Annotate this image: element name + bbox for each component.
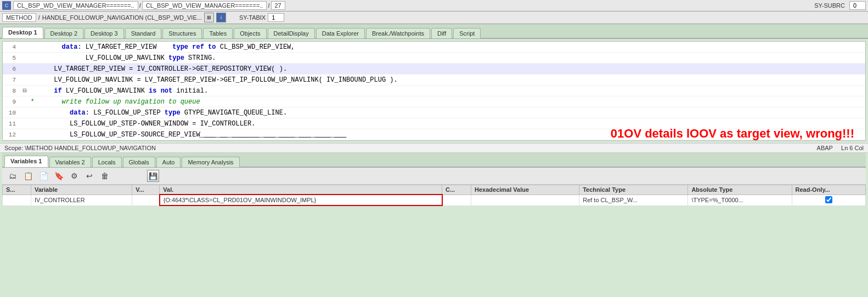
- annotation-text: 01OV details lOOV as target view, wrong!…: [611, 127, 854, 141]
- code-area: 4 data: LV_TARGET_REP_VIEW type ref to C…: [2, 41, 866, 141]
- second-bar: METHOD / HANDLE_FOLLOWUP_NAVIGATION (CL_…: [0, 12, 868, 24]
- readonly-checkbox[interactable]: [825, 196, 832, 203]
- code-line-7: 7 LV_FOLLOW_UP_NAVLINK = LV_TARGET_REP_V…: [3, 75, 865, 85]
- col-variable: Variable: [31, 185, 132, 195]
- sy-subrc-label: SY-SUBRC: [814, 2, 845, 9]
- line-content-9: * write follow up navigation to queue: [30, 98, 865, 106]
- tab-standard[interactable]: Standard: [125, 28, 162, 38]
- icon-target[interactable]: 🔖: [53, 170, 65, 182]
- icon-clipboard[interactable]: 📋: [22, 170, 34, 182]
- method-name: HANDLE_FOLLOWUP_NAVIGATION (CL_BSP_WD_VI…: [42, 14, 202, 21]
- scope-bar: Scope: \METHOD HANDLE_FOLLOWUP_NAVIGATIO…: [0, 143, 868, 153]
- code-line-10: 10 data: LS_FOLLOW_UP_STEP type GTYPE_NA…: [3, 107, 865, 118]
- row-variable: IV_CONTROLLER: [31, 195, 132, 205]
- tab-desktop2[interactable]: Desktop 2: [44, 28, 84, 38]
- line-num-4: 4: [3, 44, 19, 50]
- code-line-4: 4 data: LV_TARGET_REP_VIEW type ref to C…: [3, 42, 865, 53]
- icon-delete[interactable]: 🗑: [99, 170, 111, 182]
- row-s: [3, 195, 31, 205]
- tab-globals[interactable]: Globals: [123, 157, 155, 167]
- tab-dataexplorer[interactable]: Data Explorer: [316, 28, 365, 38]
- lower-tabs-row: Variables 1 Variables 2 Locals Globals A…: [2, 153, 866, 168]
- sy-tabix-label: SY-TABIX: [239, 14, 266, 21]
- top-bar: C CL_BSP_WD_VIEW_MANAGER=======.. / CL_B…: [0, 0, 868, 12]
- tab-structures[interactable]: Structures: [162, 28, 202, 38]
- col-readonly: Read-Only...: [792, 185, 865, 195]
- tab-desktop3[interactable]: Desktop 3: [84, 28, 124, 38]
- line-content-6: LV_TARGET_REP_VIEW = IV_CONTROLLER->GET_…: [30, 65, 865, 73]
- line-num-8: 8: [3, 88, 19, 94]
- row-val: {O:4643*\CLASS=CL_PRD01OV_MAINWINDOW_IMP…: [160, 195, 442, 205]
- row-readonly[interactable]: [792, 195, 865, 205]
- col-c: C...: [442, 185, 471, 195]
- breadcrumb-seg2[interactable]: CL_BSP_WD_VIEW_MANAGER=======..: [142, 1, 267, 10]
- row-abstype: \TYPE=%_T0000...: [688, 195, 792, 205]
- line-content-10: data: LS_FOLLOW_UP_STEP type GTYPE_NAVIG…: [30, 109, 865, 117]
- tab-breakwatchpoints[interactable]: Break./Watchpoints: [366, 28, 430, 38]
- scope-right: ABAP Ln 6 Col: [817, 145, 864, 151]
- line-content-7: LV_FOLLOW_UP_NAVLINK = LV_TARGET_REP_VIE…: [30, 76, 865, 84]
- tab-memory-analysis[interactable]: Memory Analysis: [182, 157, 239, 167]
- tab-diff[interactable]: Diff: [431, 28, 452, 38]
- col-v: V...: [132, 185, 160, 195]
- save-button[interactable]: 💾: [147, 170, 159, 182]
- code-line-8: 8 ⊟ if LV_FOLLOW_UP_NAVLINK is not initi…: [3, 85, 865, 96]
- row-v: [132, 195, 160, 205]
- icon-copy-table[interactable]: 🗂: [7, 170, 19, 182]
- row-techtype: Ref to CL_BSP_W...: [579, 195, 688, 205]
- tab-script[interactable]: Script: [453, 28, 481, 38]
- line-num-7: 7: [3, 77, 19, 83]
- line-content-4: data: LV_TARGET_REP_VIEW type ref to CL_…: [30, 43, 865, 51]
- tab-locals[interactable]: Locals: [92, 157, 122, 167]
- line-gutter-8: ⊟: [19, 87, 30, 95]
- tab-tables[interactable]: Tables: [203, 28, 233, 38]
- line-num-12: 12: [3, 132, 19, 138]
- lang-label: ABAP: [817, 145, 833, 151]
- code-line-9: 9 * write follow up navigation to queue: [3, 96, 865, 107]
- tab-detaildisplay[interactable]: DetailDisplay: [268, 28, 315, 38]
- icon-btn-info[interactable]: i: [216, 13, 226, 22]
- pos-label: Ln 6 Col: [841, 145, 864, 151]
- tab-auto[interactable]: Auto: [156, 157, 181, 167]
- col-abstype: Absolute Type: [688, 185, 792, 195]
- variables-table: S... Variable V... Val. C... Hexadecimal…: [2, 185, 866, 206]
- breadcrumb-path: CL_BSP_WD_VIEW_MANAGER=======.. / CL_BSP…: [13, 1, 285, 10]
- col-hexadecimal: Hexadecimal Value: [471, 185, 579, 195]
- line-num-6: 6: [3, 66, 19, 72]
- icon-settings[interactable]: ⚙: [68, 170, 80, 182]
- tab-variables1[interactable]: Variables 1: [4, 156, 48, 167]
- breadcrumb-sep2: /: [268, 2, 269, 9]
- method-sep: /: [38, 14, 40, 21]
- icon-btn-grid[interactable]: ⊞: [204, 13, 214, 22]
- icon-document[interactable]: 📄: [37, 170, 49, 182]
- code-line-5: 5 LV_FOLLOW_UP_NAVLINK type STRING.: [3, 53, 865, 64]
- code-line-6: 6 LV_TARGET_REP_VIEW = IV_CONTROLLER->GE…: [3, 64, 865, 75]
- tabs-row: Desktop 1 Desktop 2 Desktop 3 Standard S…: [0, 24, 868, 39]
- breadcrumb-sep1: /: [139, 2, 141, 9]
- line-content-8: if LV_FOLLOW_UP_NAVLINK is not initial.: [30, 87, 865, 95]
- col-val: Val.: [160, 185, 442, 195]
- breadcrumb-seg3[interactable]: 27: [271, 1, 285, 10]
- icon-undo[interactable]: ↩: [83, 170, 95, 182]
- breadcrumb-seg1[interactable]: CL_BSP_WD_VIEW_MANAGER=======..: [13, 1, 138, 10]
- row-hex: [471, 195, 579, 205]
- tab-objects[interactable]: Objects: [234, 28, 266, 38]
- line-num-9: 9: [3, 99, 19, 105]
- icon-toolbar: 🗂 📋 📄 🔖 ⚙ ↩ 🗑 💾: [2, 168, 866, 185]
- table-row: IV_CONTROLLER {O:4643*\CLASS=CL_PRD01OV_…: [3, 195, 866, 205]
- line-num-10: 10: [3, 110, 19, 116]
- sy-tabix-value: 1: [268, 13, 284, 22]
- top-bar-fields: SY-SUBRC 0: [814, 1, 866, 10]
- line-num-11: 11: [3, 121, 19, 127]
- line-content-5: LV_FOLLOW_UP_NAVLINK type STRING.: [30, 54, 865, 62]
- lower-section: Variables 1 Variables 2 Locals Globals A…: [2, 153, 866, 206]
- row-c: [442, 195, 471, 205]
- tab-variables2[interactable]: Variables 2: [49, 157, 91, 167]
- scope-left: Scope: \METHOD HANDLE_FOLLOWUP_NAVIGATIO…: [4, 145, 156, 151]
- col-techtype: Technical Type: [579, 185, 688, 195]
- sy-subrc-value: 0: [849, 1, 866, 10]
- col-s: S...: [3, 185, 31, 195]
- line-num-5: 5: [3, 55, 19, 61]
- class-icon: C: [2, 1, 11, 10]
- tab-desktop1[interactable]: Desktop 1: [2, 27, 43, 38]
